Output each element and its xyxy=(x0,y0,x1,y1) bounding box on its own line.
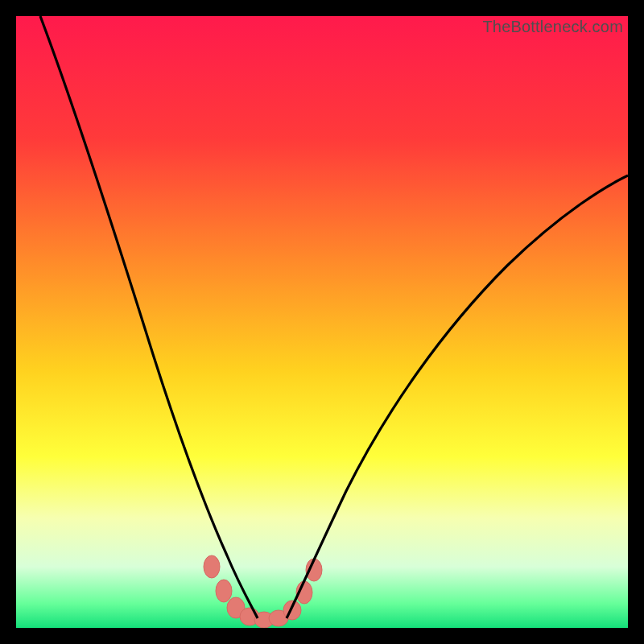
left-curve xyxy=(40,16,258,618)
watermark-text: TheBottleneck.com xyxy=(482,18,623,36)
bottom-markers xyxy=(204,555,322,628)
svg-point-2 xyxy=(216,580,232,602)
right-curve xyxy=(287,175,628,618)
svg-point-1 xyxy=(204,555,220,578)
chart-frame: TheBottleneck.com xyxy=(0,0,644,644)
chart-curves xyxy=(16,16,628,628)
plot-area: TheBottleneck.com xyxy=(16,16,628,628)
